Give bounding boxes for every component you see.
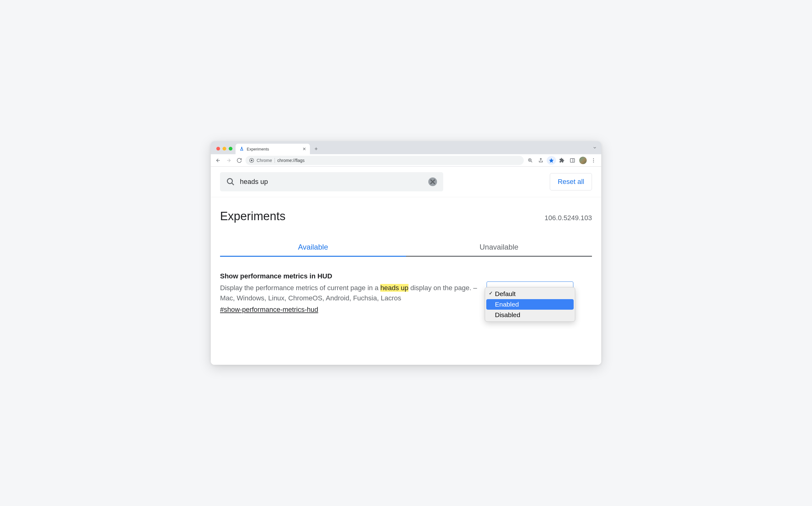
dropdown-option-default[interactable]: Default: [486, 288, 574, 299]
tab-close-icon[interactable]: ✕: [302, 147, 306, 151]
svg-point-7: [227, 179, 232, 184]
flag-description: Display the performance metrics of curre…: [220, 283, 477, 303]
page-tabs: Available Unavailable: [220, 239, 592, 257]
tabstrip-menu-button[interactable]: [593, 146, 601, 154]
svg-rect-3: [570, 159, 575, 162]
flask-icon: [239, 147, 244, 151]
version-label: 106.0.5249.103: [544, 214, 592, 222]
reload-button[interactable]: [235, 156, 244, 165]
toolbar: Chrome chrome://flags: [211, 154, 601, 167]
page-header: Experiments 106.0.5249.103: [211, 197, 601, 229]
profile-avatar[interactable]: [578, 156, 588, 165]
tab-unavailable[interactable]: Unavailable: [406, 239, 592, 257]
chrome-icon: [249, 158, 254, 163]
extensions-icon[interactable]: [557, 156, 567, 165]
flag-item: Show performance metrics in HUD Display …: [211, 257, 601, 323]
dropdown-popup: Default Enabled Disabled: [485, 287, 575, 322]
window-close-button[interactable]: [216, 147, 220, 151]
tab-strip: Experiments ✕ +: [211, 141, 601, 154]
dropdown-option-disabled[interactable]: Disabled: [486, 310, 574, 320]
flag-title: Show performance metrics in HUD: [220, 272, 477, 280]
omnibox-prefix: Chrome: [256, 158, 275, 163]
kebab-menu-icon[interactable]: [589, 156, 598, 165]
flag-dropdown[interactable]: Default Enabled Disabled: [487, 272, 573, 314]
window-maximize-button[interactable]: [229, 147, 232, 151]
tab-available[interactable]: Available: [220, 239, 406, 257]
share-icon[interactable]: [536, 156, 545, 165]
svg-point-1: [251, 160, 252, 161]
bookmark-star-icon[interactable]: [547, 156, 556, 165]
page-content: Reset all Experiments 106.0.5249.103 Ava…: [211, 167, 601, 365]
omnibox[interactable]: Chrome chrome://flags: [245, 156, 524, 165]
dropdown-option-enabled[interactable]: Enabled: [486, 299, 574, 310]
svg-point-4: [593, 158, 594, 159]
window-controls: [214, 147, 235, 154]
toolbar-actions: [526, 156, 598, 165]
svg-point-5: [593, 160, 594, 161]
window-minimize-button[interactable]: [223, 147, 226, 151]
flag-desc-before: Display the performance metrics of curre…: [220, 284, 380, 292]
back-button[interactable]: [214, 156, 223, 165]
search-box[interactable]: [220, 172, 443, 191]
svg-point-6: [593, 161, 594, 162]
search-highlight: heads up: [380, 284, 409, 292]
flag-anchor-link[interactable]: #show-performance-metrics-hud: [220, 306, 318, 313]
tab-title: Experiments: [247, 147, 300, 151]
sidepanel-icon[interactable]: [568, 156, 577, 165]
new-tab-button[interactable]: +: [312, 145, 320, 153]
reset-all-button[interactable]: Reset all: [550, 173, 592, 190]
flag-text: Show performance metrics in HUD Display …: [220, 272, 477, 314]
page-title: Experiments: [220, 209, 285, 223]
browser-window: Experiments ✕ + Chrome chrome://flags: [211, 141, 601, 365]
search-input[interactable]: [240, 178, 423, 186]
browser-tab[interactable]: Experiments ✕: [235, 144, 310, 154]
search-icon: [226, 177, 235, 186]
omnibox-url: chrome://flags: [277, 158, 305, 163]
forward-button[interactable]: [224, 156, 233, 165]
search-clear-icon[interactable]: [428, 177, 437, 186]
zoom-icon[interactable]: [526, 156, 535, 165]
search-row: Reset all: [211, 167, 601, 197]
